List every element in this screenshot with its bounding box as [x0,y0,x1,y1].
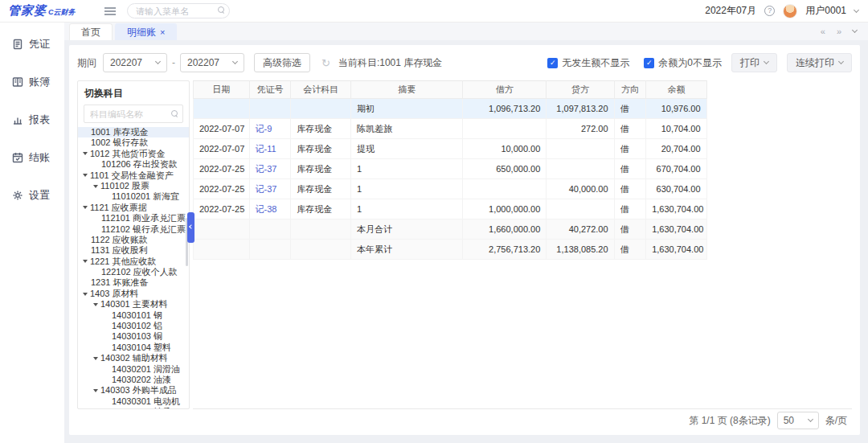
collapse-panel-handle[interactable] [187,212,194,243]
zero-balance-checkbox[interactable]: ✓ 余额为0不显示 [644,56,722,70]
subject-search-input[interactable] [84,105,183,123]
tree-item[interactable]: 1001 库存现金 [78,127,189,137]
tree-item[interactable]: 101206 存出投资款 [78,159,189,170]
cell-date: 2022-07-25 [194,159,250,179]
user-menu-chevron-icon[interactable] [854,6,859,12]
tree-expand-icon[interactable] [83,152,88,155]
tree-expand-icon[interactable] [83,206,88,209]
tree-item[interactable]: 1403 原材料 [78,289,189,299]
menu-toggle-icon[interactable] [104,7,116,15]
tabs-menu-icon[interactable] [852,27,858,33]
tree-search [84,105,183,123]
voucher-link[interactable]: 记-38 [256,204,277,214]
tree-item-label: 1002 银行存款 [91,137,149,148]
accounting-period[interactable]: 2022年07月 [705,4,756,18]
tree-item[interactable]: 1101 交易性金融资产 [78,170,189,181]
tree-item[interactable]: 1231 坏账准备 [78,277,189,288]
tree-item[interactable]: 1221 其他应收款 [78,256,189,267]
tree-item-label: 14030302 轴承 [112,407,171,408]
period-to-select[interactable]: 202207 [180,53,244,72]
username[interactable]: 用户0001 [805,4,846,18]
cell-voucher: 记-38 [249,199,291,219]
tree-expand-icon[interactable] [93,357,98,360]
cell-summary: 1 [351,199,463,219]
tree-item[interactable]: 1131 应收股利 [78,245,189,256]
tabs-scroll-left-icon[interactable]: « [821,27,825,36]
voucher-link[interactable]: 记-9 [256,124,272,133]
tree-item[interactable]: 110102 股票 [78,181,189,191]
sidebar-item-结账[interactable]: 结账 [0,146,64,170]
sidebar-item-凭证[interactable]: 凭证 [0,32,64,56]
tree-item[interactable]: 112101 商业承兑汇票 [78,213,189,224]
tree-expand-icon[interactable] [83,174,88,177]
tree-item[interactable]: 14030102 铝 [78,321,189,331]
tree-item-label: 112102 银行承兑汇票 [101,224,186,235]
table-row[interactable]: 2022-07-25记-37库存现金140,000.00借630,704.00 [194,179,707,199]
cell-summary: 1 [351,179,463,199]
tree-item-label: 11010201 新海宜 [112,191,179,202]
tree-item[interactable]: 140302 辅助材料 [78,353,189,363]
tree-item[interactable]: 1121 应收票据 [78,203,189,213]
subject-tree-panel: 切换科目 1001 库存现金1002 银行存款1012 其他货币资金101206… [77,80,190,409]
sidebar-item-设置[interactable]: 设置 [0,183,64,207]
voucher-link[interactable]: 记-37 [256,184,277,194]
table-row[interactable]: 2022-07-25记-38库存现金11,000,000.00借1,630,70… [194,199,707,219]
cell-date [194,99,250,119]
advanced-filter-button[interactable]: 高级筛选 [254,53,310,72]
tree-item[interactable]: 14030202 油漆 [78,375,189,385]
refresh-icon[interactable]: ↻ [321,57,330,69]
table-row[interactable]: 期初1,096,713.201,097,813.20借10,976.00 [194,99,707,119]
tree-item[interactable]: 14030302 轴承 [78,407,189,408]
tree-item[interactable]: 11010201 新海宜 [78,191,189,202]
sidebar-item-label: 凭证 [29,37,50,51]
sidebar-item-报表[interactable]: 报表 [0,108,64,132]
tree-expand-icon[interactable] [93,303,98,306]
page-size-unit: 条/页 [825,414,847,428]
filter-toolbar: 期间 202207 - 202207 高级筛选 ↻ 当前科目:1001 库存现金 [77,51,852,74]
no-activity-checkbox[interactable]: ✓ 无发生额不显示 [547,56,629,70]
tree-item[interactable]: 112102 银行承兑汇票 [78,224,189,235]
tabs-scroll-right-icon[interactable]: » [837,27,841,36]
column-header: 日期 [194,81,250,99]
tree-expand-icon[interactable] [93,389,98,392]
voucher-link[interactable]: 记-37 [256,164,277,174]
tree-item[interactable]: 14030201 润滑油 [78,364,189,375]
help-icon[interactable]: ? [764,6,775,16]
tree-item[interactable]: 14030101 钢 [78,310,189,321]
cell-direction: 借 [614,219,646,240]
tree-expand-icon[interactable] [83,293,88,296]
logo-subtext: C云财务 [48,7,76,18]
table-row[interactable]: 本月合计1,660,000.0040,272.00借1,630,704.00 [194,219,707,240]
avatar[interactable] [783,4,797,18]
tree-item[interactable]: 1002 银行存款 [78,137,189,148]
period-separator: - [172,57,175,68]
search-input[interactable] [127,3,230,18]
tree-item-label: 140301 主要材料 [100,299,168,310]
cell-direction: 借 [614,159,646,179]
table-row[interactable]: 2022-07-07记-11库存现金提现10,000.00借20,704.00 [194,139,707,159]
tree-item[interactable]: 14030104 塑料 [78,343,189,353]
tree-item[interactable]: 14030103 铜 [78,331,189,342]
tree-item-label: 14030202 油漆 [112,375,171,385]
tree-item[interactable]: 140303 外购半成品 [78,385,189,396]
table-row[interactable]: 2022-07-07记-9库存现金陈凯差旅272.00借10,704.00 [194,119,707,139]
tree-expand-icon[interactable] [83,260,88,263]
cell-voucher [249,99,291,119]
tab-明细账[interactable]: 明细账× [115,23,177,40]
close-icon[interactable]: × [160,28,165,37]
tree-item[interactable]: 1012 其他货币资金 [78,149,189,159]
table-row[interactable]: 本年累计2,756,713.201,138,085.20借1,630,704.0… [194,240,707,260]
page-size-select[interactable]: 50 [777,412,819,429]
tree-item[interactable]: 140301 主要材料 [78,299,189,310]
print-button[interactable]: 打印 [731,53,777,72]
voucher-link[interactable]: 记-11 [256,144,276,154]
tree-expand-icon[interactable] [93,185,98,188]
period-from-select[interactable]: 202207 [103,53,167,72]
print-continuous-button[interactable]: 连续打印 [787,53,852,72]
tree-item[interactable]: 1122 应收账款 [78,235,189,245]
table-row[interactable]: 2022-07-25记-37库存现金1650,000.00借670,704.00 [194,159,707,179]
tree-item[interactable]: 14030301 电动机 [78,396,189,407]
sidebar-item-账簿[interactable]: 账簿 [0,70,64,94]
tab-首页[interactable]: 首页 [69,23,113,40]
tree-item[interactable]: 122102 应收个人款 [78,267,189,277]
